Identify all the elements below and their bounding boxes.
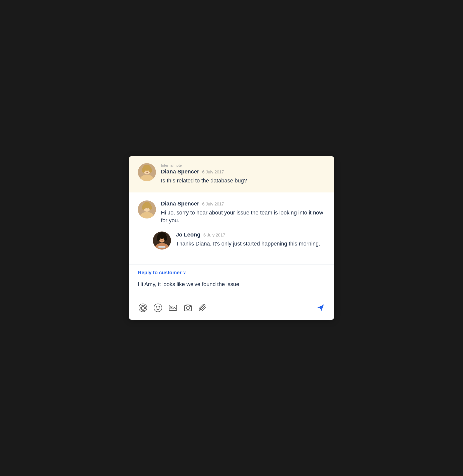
avatar [153, 231, 171, 250]
reply-input[interactable] [138, 281, 325, 296]
mention-icon[interactable] [138, 303, 148, 313]
message-body: Jo Leong 6 July 2017 Thanks Diana. It's … [176, 231, 325, 248]
svg-point-37 [186, 307, 189, 310]
main-card: Internal note Diana Spencer 6 July 2017 … [129, 156, 334, 320]
reply-to-text: Reply to customer [138, 270, 181, 276]
message-text: Hi Jo, sorry to hear about your issue th… [161, 209, 325, 224]
svg-point-18 [146, 208, 146, 209]
svg-point-32 [154, 304, 162, 312]
svg-point-26 [160, 239, 161, 239]
message-block: Diana Spencer 6 July 2017 Hi Jo, sorry t… [138, 200, 325, 224]
svg-rect-28 [158, 246, 165, 247]
send-button[interactable] [315, 303, 325, 313]
message-block: Jo Leong 6 July 2017 Thanks Diana. It's … [153, 231, 325, 250]
message-author: Jo Leong [176, 231, 200, 238]
message-date: 6 July 2017 [202, 202, 224, 207]
image-icon[interactable] [168, 303, 178, 313]
svg-rect-29 [158, 247, 165, 248]
svg-point-34 [159, 307, 160, 308]
message-header: Jo Leong 6 July 2017 [176, 231, 325, 238]
svg-point-17 [149, 205, 152, 210]
message-author: Diana Spencer [161, 200, 199, 207]
svg-point-31 [141, 306, 144, 309]
svg-point-33 [156, 307, 157, 308]
svg-point-9 [148, 170, 148, 171]
internal-note-section: Internal note Diana Spencer 6 July 2017 … [129, 156, 334, 193]
note-text: Is this related to the database bug? [161, 177, 325, 185]
svg-point-7 [149, 168, 152, 173]
avatar [138, 200, 156, 218]
toolbar [138, 303, 325, 313]
message-body: Diana Spencer 6 July 2017 Hi Jo, sorry t… [161, 200, 325, 224]
emoji-icon[interactable] [153, 303, 163, 313]
message-text: Thanks Diana. It's only just started hap… [176, 240, 325, 248]
message-header: Diana Spencer 6 July 2017 [161, 200, 325, 207]
internal-note-content: Internal note Diana Spencer 6 July 2017 … [161, 163, 325, 185]
svg-point-8 [146, 170, 146, 171]
svg-point-6 [142, 168, 145, 173]
note-date: 6 July 2017 [202, 170, 224, 175]
note-author: Diana Spencer [161, 168, 199, 175]
svg-point-24 [157, 235, 160, 241]
reply-to-label[interactable]: Reply to customer ∨ [138, 270, 325, 276]
svg-point-16 [142, 205, 145, 210]
svg-point-27 [163, 239, 164, 239]
attach-icon[interactable] [198, 303, 208, 313]
reply-area: Reply to customer ∨ [129, 265, 334, 320]
svg-point-19 [148, 208, 148, 209]
note-label: Internal note [161, 163, 325, 167]
camera-icon[interactable] [183, 303, 193, 313]
avatar [138, 163, 156, 181]
message-date: 6 July 2017 [203, 233, 225, 238]
note-header: Diana Spencer 6 July 2017 [161, 168, 325, 175]
svg-point-25 [164, 235, 167, 241]
chevron-down-icon: ∨ [183, 270, 186, 275]
conversation-section: Diana Spencer 6 July 2017 Hi Jo, sorry t… [129, 192, 334, 265]
svg-point-38 [190, 306, 191, 307]
toolbar-icons [138, 303, 208, 313]
